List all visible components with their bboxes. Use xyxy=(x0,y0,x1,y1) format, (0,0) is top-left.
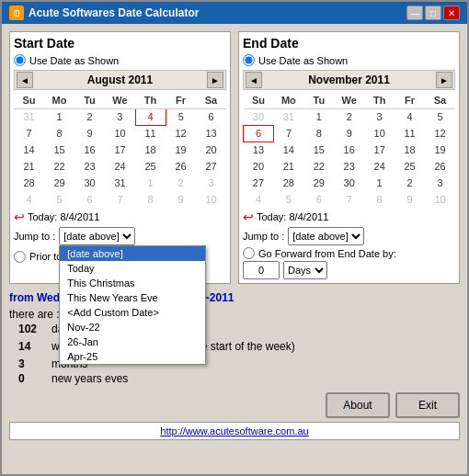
table-row[interactable]: 5 xyxy=(44,191,74,208)
end-forward-input[interactable] xyxy=(243,261,280,279)
table-row[interactable]: 27 xyxy=(196,158,226,175)
table-row[interactable]: 22 xyxy=(303,158,334,175)
table-row[interactable]: 17 xyxy=(364,142,395,158)
table-row[interactable]: 6 xyxy=(244,125,274,142)
table-row[interactable]: 2 xyxy=(166,175,196,191)
table-row[interactable]: 5 xyxy=(166,108,196,125)
end-go-forward-radio[interactable] xyxy=(243,247,255,259)
table-row[interactable]: 13 xyxy=(244,142,274,158)
table-row[interactable]: 15 xyxy=(303,142,334,158)
dropdown-item-new-years-eve[interactable]: This New Years Eve xyxy=(60,290,205,305)
table-row[interactable]: 31 xyxy=(14,108,44,125)
table-row[interactable]: 6 xyxy=(196,108,226,125)
table-row[interactable]: 9 xyxy=(395,191,425,208)
table-row[interactable]: 21 xyxy=(14,158,44,175)
maximize-button[interactable]: □ xyxy=(425,6,441,20)
table-row[interactable]: 8 xyxy=(364,191,395,208)
table-row[interactable]: 22 xyxy=(44,158,74,175)
dropdown-item-add-custom[interactable]: <Add Custom Date> xyxy=(60,305,205,320)
table-row[interactable]: 16 xyxy=(334,142,364,158)
table-row[interactable]: 19 xyxy=(166,142,196,158)
table-row[interactable]: 25 xyxy=(135,158,166,175)
table-row[interactable]: 9 xyxy=(74,125,105,142)
end-date-radio[interactable] xyxy=(243,54,255,66)
table-row[interactable]: 14 xyxy=(273,142,303,158)
dropdown-item-date-above[interactable]: [date above] xyxy=(60,246,205,261)
table-row[interactable]: 16 xyxy=(74,142,105,158)
url-bar[interactable]: http://www.acutesoftware.com.au xyxy=(9,422,460,440)
table-row[interactable]: 30 xyxy=(244,108,274,125)
table-row[interactable]: 5 xyxy=(273,191,303,208)
table-row[interactable]: 19 xyxy=(425,142,455,158)
table-row[interactable]: 13 xyxy=(196,125,226,142)
start-date-radio[interactable] xyxy=(14,54,26,66)
table-row[interactable]: 2 xyxy=(74,108,105,125)
table-row[interactable]: 4 xyxy=(244,191,274,208)
start-prior-radio[interactable] xyxy=(14,251,26,263)
table-row[interactable]: 9 xyxy=(166,191,196,208)
table-row[interactable]: 21 xyxy=(273,158,303,175)
table-row[interactable]: 7 xyxy=(334,191,364,208)
table-row[interactable]: 23 xyxy=(334,158,364,175)
table-row[interactable]: 31 xyxy=(105,175,135,191)
table-row[interactable]: 8 xyxy=(135,191,166,208)
table-row[interactable]: 7 xyxy=(105,191,135,208)
minimize-button[interactable]: — xyxy=(406,6,423,20)
table-row[interactable]: 3 xyxy=(105,108,135,125)
table-row[interactable]: 12 xyxy=(166,125,196,142)
table-row[interactable]: 28 xyxy=(14,175,44,191)
table-row[interactable]: 24 xyxy=(364,158,395,175)
table-row[interactable]: 24 xyxy=(105,158,135,175)
table-row[interactable]: 2 xyxy=(334,108,364,125)
table-row[interactable]: 4 xyxy=(14,191,44,208)
dropdown-item-apr25[interactable]: Apr-25 xyxy=(60,349,205,364)
table-row[interactable]: 1 xyxy=(44,108,74,125)
exit-button[interactable]: Exit xyxy=(395,392,460,418)
end-forward-unit-select[interactable]: Days xyxy=(283,261,327,279)
table-row[interactable]: 11 xyxy=(135,125,166,142)
dropdown-item-christmas[interactable]: This Christmas xyxy=(60,276,205,290)
table-row[interactable]: 31 xyxy=(273,108,303,125)
dropdown-item-nov22[interactable]: Nov-22 xyxy=(60,320,205,334)
table-row[interactable]: 12 xyxy=(425,125,455,142)
table-row[interactable]: 20 xyxy=(196,142,226,158)
table-row[interactable]: 30 xyxy=(74,175,105,191)
table-row[interactable]: 10 xyxy=(425,191,455,208)
end-prev-btn[interactable]: ◄ xyxy=(246,72,262,88)
table-row[interactable]: 26 xyxy=(166,158,196,175)
close-button[interactable]: ✕ xyxy=(443,6,460,20)
table-row[interactable]: 20 xyxy=(244,158,274,175)
start-next-btn[interactable]: ► xyxy=(207,72,223,88)
table-row[interactable]: 4 xyxy=(135,108,166,125)
table-row[interactable]: 8 xyxy=(44,125,74,142)
table-row[interactable]: 10 xyxy=(105,125,135,142)
table-row[interactable]: 6 xyxy=(303,191,334,208)
table-row[interactable]: 7 xyxy=(14,125,44,142)
table-row[interactable]: 4 xyxy=(395,108,425,125)
table-row[interactable]: 9 xyxy=(334,125,364,142)
table-row[interactable]: 1 xyxy=(303,108,334,125)
end-jump-select[interactable]: [date above] xyxy=(288,227,364,245)
dropdown-item-today[interactable]: Today xyxy=(60,261,205,276)
table-row[interactable]: 17 xyxy=(105,142,135,158)
table-row[interactable]: 3 xyxy=(425,175,455,191)
table-row[interactable]: 10 xyxy=(364,125,395,142)
table-row[interactable]: 14 xyxy=(14,142,44,158)
table-row[interactable]: 15 xyxy=(44,142,74,158)
table-row[interactable]: 1 xyxy=(135,175,166,191)
table-row[interactable]: 26 xyxy=(425,158,455,175)
table-row[interactable]: 23 xyxy=(74,158,105,175)
table-row[interactable]: 18 xyxy=(135,142,166,158)
table-row[interactable]: 29 xyxy=(44,175,74,191)
table-row[interactable]: 27 xyxy=(244,175,274,191)
dropdown-item-26jan[interactable]: 26-Jan xyxy=(60,334,205,349)
start-jump-select[interactable]: [date above] xyxy=(59,227,135,245)
start-prev-btn[interactable]: ◄ xyxy=(17,72,33,88)
table-row[interactable]: 6 xyxy=(74,191,105,208)
end-next-btn[interactable]: ► xyxy=(436,72,452,88)
table-row[interactable]: 30 xyxy=(334,175,364,191)
table-row[interactable]: 18 xyxy=(395,142,425,158)
table-row[interactable]: 8 xyxy=(303,125,334,142)
table-row[interactable]: 25 xyxy=(395,158,425,175)
table-row[interactable]: 11 xyxy=(395,125,425,142)
